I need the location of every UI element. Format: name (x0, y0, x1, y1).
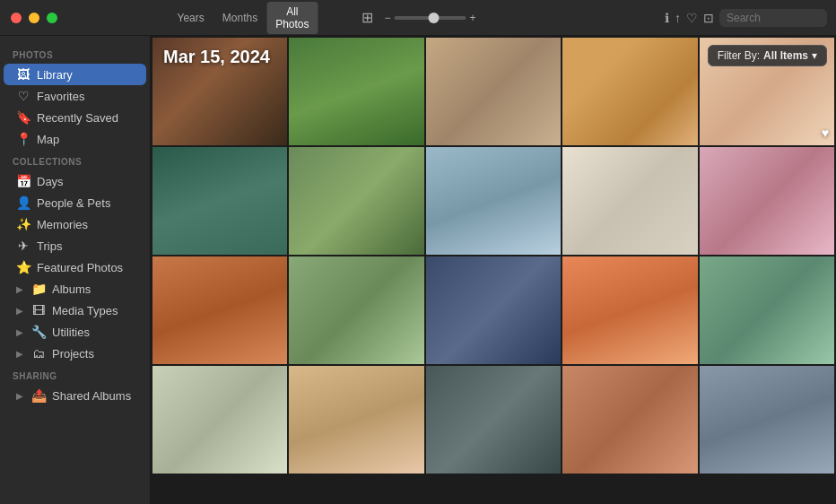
sidebar-item-recently-saved[interactable]: 🔖 Recently Saved (4, 107, 146, 128)
zoom-plus-icon: + (470, 12, 476, 24)
projects-icon: 🗂 (31, 346, 46, 361)
sidebar-item-favorites[interactable]: ♡ Favorites (4, 85, 146, 107)
tab-months[interactable]: Months (213, 2, 266, 34)
heart-badge: ♥ (822, 126, 829, 140)
search-input[interactable] (719, 9, 827, 27)
sidebar-item-library[interactable]: 🖼 Library (4, 64, 146, 85)
shared-albums-icon: 📤 (31, 388, 46, 403)
sidebar-item-projects[interactable]: ▶ 🗂 Projects (4, 343, 146, 364)
heart-icon[interactable]: ♡ (686, 11, 698, 25)
sidebar-item-featured-photos[interactable]: ⭐ Featured Photos (4, 256, 146, 278)
photo-cell[interactable] (562, 38, 697, 145)
photo-cell[interactable] (700, 147, 834, 255)
photo-cell[interactable] (152, 256, 287, 364)
photo-cell[interactable] (426, 366, 561, 474)
expand-icon: ▶ (16, 349, 23, 359)
toolbar-right: ℹ ↑ ♡ ⊡ (665, 9, 827, 27)
memories-icon: ✨ (16, 217, 30, 231)
close-button[interactable] (11, 13, 22, 23)
share-icon[interactable]: ↑ (675, 11, 681, 25)
photo-cell[interactable] (562, 366, 697, 474)
zoom-slider[interactable] (395, 16, 466, 20)
sidebar-item-utilities[interactable]: ▶ 🔧 Utilities (4, 321, 146, 343)
zoom-minus-icon: − (384, 12, 390, 24)
expand-icon: ▶ (16, 306, 23, 316)
sidebar-item-memories[interactable]: ✨ Memories (4, 213, 146, 235)
photo-cell[interactable] (700, 366, 834, 474)
photo-cell[interactable] (152, 38, 287, 145)
recently-saved-icon: 🔖 (16, 110, 30, 125)
photo-cell[interactable] (562, 256, 697, 364)
sidebar-item-map[interactable]: 📍 Map (4, 128, 146, 150)
sidebar-item-label: Favorites (37, 90, 84, 103)
trips-icon: ✈ (16, 239, 30, 253)
sidebar-item-label: Recently Saved (37, 111, 118, 125)
map-icon: 📍 (16, 132, 30, 146)
featured-photos-icon: ⭐ (16, 260, 30, 274)
sidebar-item-label: Projects (52, 347, 94, 361)
info-icon[interactable]: ℹ (665, 11, 669, 25)
sidebar-item-label: Featured Photos (37, 261, 123, 274)
photo-cell[interactable] (289, 38, 423, 145)
photo-cell[interactable] (289, 147, 423, 255)
days-icon: 📅 (16, 174, 30, 188)
sidebar-item-label: Library (37, 68, 73, 82)
photo-cell[interactable] (289, 256, 423, 364)
photo-cell[interactable] (426, 256, 561, 364)
photo-grid: ♥ (151, 36, 836, 475)
photos-section-label: Photos (0, 43, 150, 64)
titlebar: ⊞ − + Years Months All Photos ℹ ↑ ♡ ⊡ (0, 0, 836, 36)
sidebar-item-media-types[interactable]: ▶ 🎞 Media Types (4, 300, 146, 321)
sidebar: Photos 🖼 Library ♡ Favorites 🔖 Recently … (0, 36, 151, 504)
sidebar-item-people-pets[interactable]: 👤 People & Pets (4, 192, 146, 213)
sidebar-item-label: Days (37, 175, 64, 188)
favorites-icon: ♡ (16, 89, 30, 103)
sidebar-item-label: Memories (37, 218, 88, 231)
filter-button[interactable]: Filter By: All Items ▾ (708, 45, 827, 66)
sidebar-item-shared-albums[interactable]: ▶ 📤 Shared Albums (4, 385, 146, 406)
photo-cell[interactable] (562, 147, 697, 255)
main-area: Photos 🖼 Library ♡ Favorites 🔖 Recently … (0, 36, 836, 504)
tab-years[interactable]: Years (169, 2, 213, 34)
window-controls (11, 13, 57, 23)
photo-cell[interactable] (152, 366, 287, 474)
expand-icon: ▶ (16, 284, 23, 294)
sidebar-toggle-button[interactable]: ⊞ (356, 5, 379, 30)
photo-cell[interactable] (700, 256, 834, 364)
sidebar-item-albums[interactable]: ▶ 📁 Albums (4, 278, 146, 300)
media-types-icon: 🎞 (31, 303, 46, 317)
sidebar-item-label: Map (37, 133, 59, 146)
sharing-section-label: Sharing (0, 364, 150, 385)
layout-icon[interactable]: ⊡ (703, 11, 714, 25)
photo-cell[interactable] (289, 366, 423, 474)
photo-cell[interactable] (426, 147, 561, 255)
sidebar-item-trips[interactable]: ✈ Trips (4, 235, 146, 256)
sidebar-item-label: Media Types (52, 304, 118, 317)
expand-icon: ▶ (16, 327, 23, 337)
view-tabs: Years Months All Photos (169, 2, 318, 34)
expand-icon: ▶ (16, 391, 23, 401)
collections-section-label: Collections (0, 150, 150, 170)
sidebar-item-label: People & Pets (37, 196, 110, 210)
sidebar-item-label: Utilities (52, 326, 90, 339)
zoom-slider-container: − + (384, 12, 475, 24)
fullscreen-button[interactable] (47, 13, 57, 23)
albums-icon: 📁 (31, 282, 46, 296)
minimize-button[interactable] (29, 13, 39, 23)
people-pets-icon: 👤 (16, 196, 30, 210)
filter-by-label: Filter By: (718, 49, 760, 62)
sidebar-item-label: Shared Albums (52, 389, 131, 403)
photo-cell[interactable] (152, 147, 287, 255)
utilities-icon: 🔧 (31, 325, 46, 339)
filter-chevron-icon: ▾ (812, 49, 817, 62)
photo-cell[interactable] (426, 38, 561, 145)
photo-grid-area: Mar 15, 2024 Filter By: All Items ▾ ♥ (151, 36, 836, 504)
library-icon: 🖼 (16, 67, 30, 82)
sidebar-item-label: Albums (52, 282, 91, 296)
tab-all-photos[interactable]: All Photos (266, 2, 318, 34)
sidebar-item-label: Trips (37, 239, 62, 253)
toolbar-center: ⊞ − + Years Months All Photos (356, 5, 479, 30)
filter-value-label: All Items (763, 49, 808, 62)
sidebar-item-days[interactable]: 📅 Days (4, 170, 146, 192)
